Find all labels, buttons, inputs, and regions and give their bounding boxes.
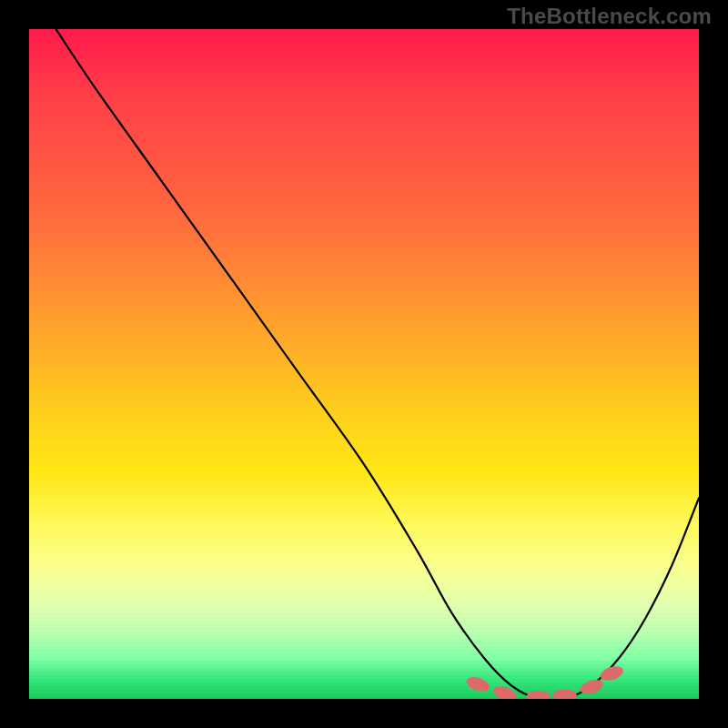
watermark-text: TheBottleneck.com (507, 4, 712, 29)
curve-markers (465, 663, 625, 699)
bottleneck-curve (56, 29, 699, 699)
curve-marker (465, 674, 491, 693)
curve-marker (491, 683, 518, 699)
plot-area (29, 29, 699, 699)
chart-stage: TheBottleneck.com (0, 0, 728, 728)
curve-marker (553, 689, 577, 699)
curve-marker (526, 691, 550, 699)
curve-layer (29, 29, 699, 699)
curve-marker (579, 677, 605, 696)
